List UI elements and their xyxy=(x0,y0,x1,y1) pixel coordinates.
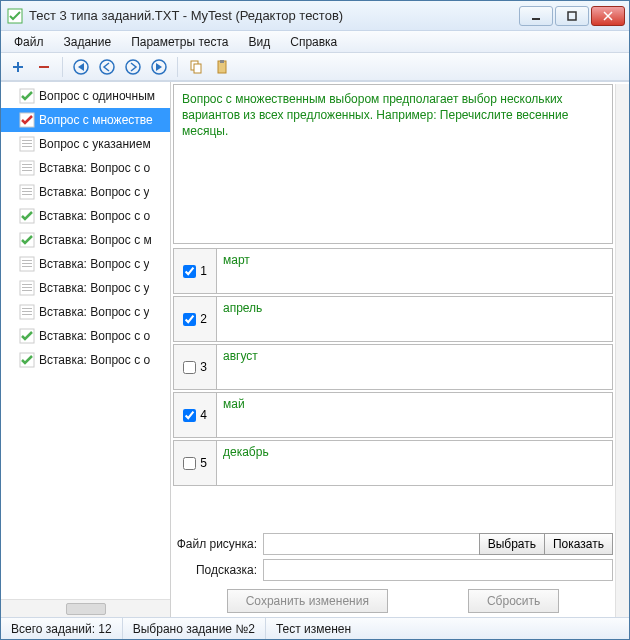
svg-rect-5 xyxy=(39,66,49,68)
answer-checkbox[interactable] xyxy=(183,409,196,422)
status-changed: Тест изменен xyxy=(266,618,629,639)
svg-rect-22 xyxy=(22,167,32,168)
menu-task[interactable]: Задание xyxy=(55,32,121,52)
minimize-button[interactable] xyxy=(519,6,553,26)
save-changes-button[interactable]: Сохранить изменения xyxy=(227,589,388,613)
sidebar-scrollbar[interactable] xyxy=(1,599,170,617)
menu-params[interactable]: Параметры теста xyxy=(122,32,237,52)
check-icon xyxy=(19,88,35,104)
svg-rect-2 xyxy=(568,12,576,20)
tree-item-label: Вопрос с одиночным xyxy=(39,89,155,103)
check-icon xyxy=(19,232,35,248)
answer-header: 3 xyxy=(173,344,217,390)
svg-rect-35 xyxy=(22,284,32,285)
svg-rect-27 xyxy=(22,194,32,195)
answer-number: 4 xyxy=(200,408,207,422)
tree-item-label: Вставка: Вопрос с у xyxy=(39,185,149,199)
reset-button[interactable]: Сбросить xyxy=(468,589,559,613)
hint-field[interactable] xyxy=(263,559,613,581)
tree-item-label: Вставка: Вопрос с м xyxy=(39,233,152,247)
answer-number: 3 xyxy=(200,360,207,374)
image-file-field[interactable] xyxy=(263,533,480,555)
answer-checkbox[interactable] xyxy=(183,313,196,326)
check-icon xyxy=(19,184,35,200)
svg-rect-32 xyxy=(22,263,32,264)
svg-rect-40 xyxy=(22,311,32,312)
answer-checkbox[interactable] xyxy=(183,457,196,470)
answer-text-field[interactable]: апрель xyxy=(217,296,613,342)
image-file-label: Файл рисунка: xyxy=(173,537,263,551)
menu-help[interactable]: Справка xyxy=(281,32,346,52)
answer-text-field[interactable]: май xyxy=(217,392,613,438)
tree-item[interactable]: Вставка: Вопрос с о xyxy=(1,324,170,348)
answer-row: 3август xyxy=(173,344,613,390)
window-title: Тест 3 типа заданий.TXT - MyTest (Редакт… xyxy=(29,8,519,23)
svg-rect-19 xyxy=(22,146,32,147)
check-icon xyxy=(19,208,35,224)
svg-point-8 xyxy=(126,60,140,74)
svg-point-7 xyxy=(100,60,114,74)
tree-item[interactable]: Вопрос с указанием xyxy=(1,132,170,156)
answer-checkbox[interactable] xyxy=(183,361,196,374)
answer-text-field[interactable]: декабрь xyxy=(217,440,613,486)
check-icon xyxy=(19,112,35,128)
tree-item[interactable]: Вопрос с множестве xyxy=(1,108,170,132)
paste-icon[interactable] xyxy=(211,56,233,78)
answer-row: 1март xyxy=(173,248,613,294)
svg-rect-25 xyxy=(22,188,32,189)
answer-header: 4 xyxy=(173,392,217,438)
tree-item[interactable]: Вставка: Вопрос с о xyxy=(1,348,170,372)
add-node-icon[interactable] xyxy=(7,56,29,78)
answer-row: 4май xyxy=(173,392,613,438)
toolbar-separator xyxy=(62,57,63,77)
answer-text-field[interactable]: март xyxy=(217,248,613,294)
tree-item[interactable]: Вопрос с одиночным xyxy=(1,84,170,108)
status-total: Всего заданий: 12 xyxy=(1,618,123,639)
tree-item-label: Вопрос с множестве xyxy=(39,113,153,127)
check-icon xyxy=(19,280,35,296)
check-icon xyxy=(19,328,35,344)
maximize-button[interactable] xyxy=(555,6,589,26)
tree-item[interactable]: Вставка: Вопрос с у xyxy=(1,252,170,276)
answer-number: 1 xyxy=(200,264,207,278)
remove-node-icon[interactable] xyxy=(33,56,55,78)
question-tree-sidebar: Вопрос с одиночнымВопрос с множествеВопр… xyxy=(1,82,171,617)
editor-scrollbar[interactable] xyxy=(615,84,629,617)
svg-rect-21 xyxy=(22,164,32,165)
tree-item-label: Вопрос с указанием xyxy=(39,137,151,151)
tree-item[interactable]: Вставка: Вопрос с у xyxy=(1,276,170,300)
tree-item[interactable]: Вставка: Вопрос с м xyxy=(1,228,170,252)
close-button[interactable] xyxy=(591,6,625,26)
answer-text-field[interactable]: август xyxy=(217,344,613,390)
tree-item-label: Вставка: Вопрос с у xyxy=(39,281,149,295)
answer-row: 2апрель xyxy=(173,296,613,342)
svg-rect-37 xyxy=(22,290,32,291)
svg-rect-17 xyxy=(22,140,32,141)
menu-view[interactable]: Вид xyxy=(240,32,280,52)
check-icon xyxy=(19,256,35,272)
answer-header: 5 xyxy=(173,440,217,486)
titlebar: Тест 3 типа заданий.TXT - MyTest (Редакт… xyxy=(1,1,629,31)
svg-rect-23 xyxy=(22,170,32,171)
menu-file[interactable]: Файл xyxy=(5,32,53,52)
question-text-area[interactable]: Вопрос с множественным выбором предполаг… xyxy=(173,84,613,244)
svg-rect-31 xyxy=(22,260,32,261)
svg-rect-13 xyxy=(220,60,224,63)
tree-item[interactable]: Вставка: Вопрос с у xyxy=(1,300,170,324)
nav-first-icon[interactable] xyxy=(70,56,92,78)
tree-item[interactable]: Вставка: Вопрос с у xyxy=(1,180,170,204)
tree-item[interactable]: Вставка: Вопрос с о xyxy=(1,204,170,228)
tree-item[interactable]: Вставка: Вопрос с о xyxy=(1,156,170,180)
tree-item-label: Вставка: Вопрос с о xyxy=(39,161,150,175)
show-image-button[interactable]: Показать xyxy=(544,533,613,555)
svg-rect-26 xyxy=(22,191,32,192)
app-icon xyxy=(7,8,23,24)
nav-last-icon[interactable] xyxy=(148,56,170,78)
answer-checkbox[interactable] xyxy=(183,265,196,278)
svg-rect-18 xyxy=(22,143,32,144)
copy-icon[interactable] xyxy=(185,56,207,78)
nav-prev-icon[interactable] xyxy=(96,56,118,78)
choose-image-button[interactable]: Выбрать xyxy=(479,533,545,555)
hint-label: Подсказка: xyxy=(173,563,263,577)
nav-next-icon[interactable] xyxy=(122,56,144,78)
